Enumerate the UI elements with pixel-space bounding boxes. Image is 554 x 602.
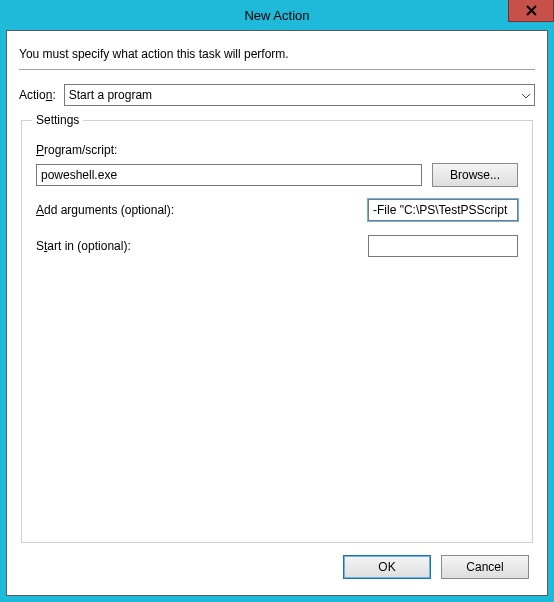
instruction-text: You must specify what action this task w… [19,43,535,69]
program-row: Browse... [36,163,518,187]
settings-legend: Settings [32,113,83,127]
close-icon [526,5,537,16]
cancel-button[interactable]: Cancel [441,555,529,579]
startin-row: Start in (optional): [36,235,518,257]
arguments-row: Add arguments (optional): [36,199,518,221]
startin-label: Start in (optional): [36,239,131,253]
browse-button[interactable]: Browse... [432,163,518,187]
program-label: Program/script: [36,143,518,157]
close-button[interactable] [508,0,554,22]
arguments-input[interactable] [368,199,518,221]
divider [19,69,535,70]
action-row: Action: Start a program [19,84,535,106]
dialog-content: You must specify what action this task w… [6,30,548,596]
action-label: Action: [19,88,56,102]
window-title: New Action [244,8,309,23]
button-row: OK Cancel [19,543,535,583]
titlebar: New Action [0,0,554,30]
ok-button[interactable]: OK [343,555,431,579]
settings-group: Settings Program/script: Browse... Add a… [21,120,533,543]
arguments-label: Add arguments (optional): [36,203,174,217]
action-select[interactable]: Start a program [64,84,535,106]
action-select-wrap: Start a program [64,84,535,106]
startin-input[interactable] [368,235,518,257]
dialog-window: New Action You must specify what action … [0,0,554,602]
program-input[interactable] [36,164,422,186]
